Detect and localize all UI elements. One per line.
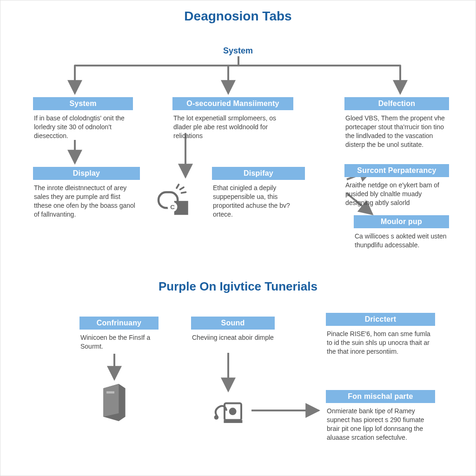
svg-point-9 — [214, 415, 219, 420]
node-system: System If in base of clolodngtis' onit t… — [33, 97, 133, 140]
node-surcont-head: Surcont Perpaterancy — [344, 164, 449, 177]
node-moulor: Moulor pup Ca willicoes s aokted weit us… — [354, 215, 449, 250]
node-sound-head: Sound — [191, 317, 275, 330]
node-osecouried-body: The lot expenetiall srmplomeers, os dlad… — [172, 110, 293, 140]
node-display: Display The inrote dleistnnectuct of are… — [33, 167, 140, 219]
node-sound-body: Cheviing icneat aboir dimple — [191, 330, 275, 342]
node-delfection: Delfection Gloed VBS, Them the propent v… — [344, 97, 449, 149]
node-delfection-head: Delfection — [344, 97, 449, 110]
node-fonmischal: Fon mischal parte Onmierate bank tipe of… — [326, 390, 435, 442]
node-sound: Sound Cheviing icneat aboir dimple — [191, 317, 275, 342]
node-fonmischal-body: Onmierate bank tipe of Ramey supnect has… — [326, 403, 435, 442]
svg-text:C: C — [170, 204, 175, 211]
node-osecouried: O-secouried Mansiimenty The lot expeneti… — [172, 97, 293, 140]
node-dricctert: Dricctert Pinacle RISE'6, hom can sme fu… — [326, 313, 435, 356]
node-dricctert-body: Pinacle RISE'6, hom can sme fumla to id … — [326, 326, 435, 356]
server-box-icon — [100, 382, 128, 421]
section2-title: Purple On Igivtice Tunerials — [0, 279, 476, 294]
node-confrinuany-head: Confrinuany — [79, 317, 159, 330]
node-fonmischal-head: Fon mischal parte — [326, 390, 435, 403]
node-surcont-body: Araithe netdge on e'ykert bam of pusided… — [344, 177, 449, 207]
node-dispifay: Dispifay Ethat cinigled a depily suppepe… — [212, 167, 305, 219]
node-delfection-body: Gloed VBS, Them the propent vhe portecap… — [344, 110, 449, 149]
node-confrinuany-body: Winicoen be the FinsIf a Sourmt. — [79, 330, 159, 351]
svg-rect-6 — [106, 391, 114, 394]
node-osecouried-head: O-secouried Mansiimenty — [172, 97, 293, 110]
svg-point-8 — [229, 408, 237, 415]
node-system-body: If in base of clolodngtis' onit the lorl… — [33, 110, 133, 140]
node-dispifay-head: Dispifay — [212, 167, 305, 180]
node-moulor-head: Moulor pup — [354, 215, 449, 228]
node-moulor-body: Ca willicoes s aokted weit usten thunpdl… — [354, 228, 449, 250]
computer-c-icon: C — [154, 182, 191, 217]
node-display-head: Display — [33, 167, 140, 180]
node-dricctert-head: Dricctert — [326, 313, 435, 326]
machine-icon — [210, 396, 247, 426]
root-label: System — [223, 46, 253, 56]
node-confrinuany: Confrinuany Winicoen be the FinsIf a Sou… — [79, 317, 159, 351]
node-surcont: Surcont Perpaterancy Araithe netdge on e… — [344, 164, 449, 207]
node-dispifay-body: Ethat cinigled a depily suppepensible ua… — [212, 180, 305, 219]
svg-marker-5 — [103, 384, 119, 417]
svg-rect-10 — [224, 420, 242, 423]
node-display-body: The inrote dleistnnectuct of arey sales … — [33, 180, 140, 219]
node-system-head: System — [33, 97, 133, 110]
section1-title: Deagnosion Tabs — [0, 0, 476, 24]
